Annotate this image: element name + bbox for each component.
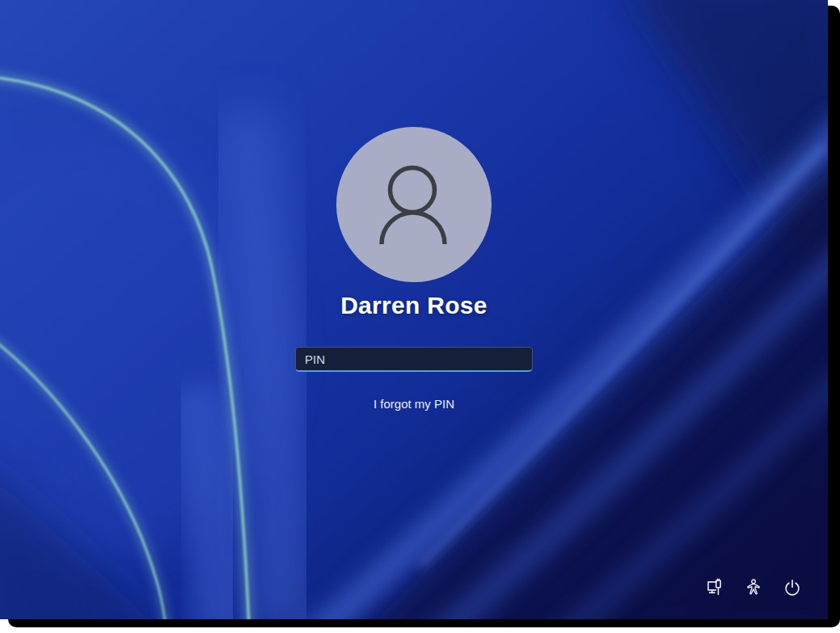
sign-in-tray [700, 573, 807, 602]
pin-input[interactable] [295, 347, 533, 372]
power-button[interactable] [778, 573, 807, 602]
network-icon [704, 577, 725, 598]
user-avatar [336, 127, 492, 282]
user-display-name: Darren Rose [0, 292, 828, 319]
sign-in-screen: Darren Rose I forgot my PIN [0, 0, 828, 619]
power-icon [782, 577, 803, 598]
network-button[interactable] [700, 573, 729, 602]
forgot-pin-link[interactable]: I forgot my PIN [0, 397, 828, 411]
accessibility-button[interactable] [739, 573, 768, 602]
person-icon [336, 127, 492, 282]
accessibility-icon [743, 577, 764, 598]
